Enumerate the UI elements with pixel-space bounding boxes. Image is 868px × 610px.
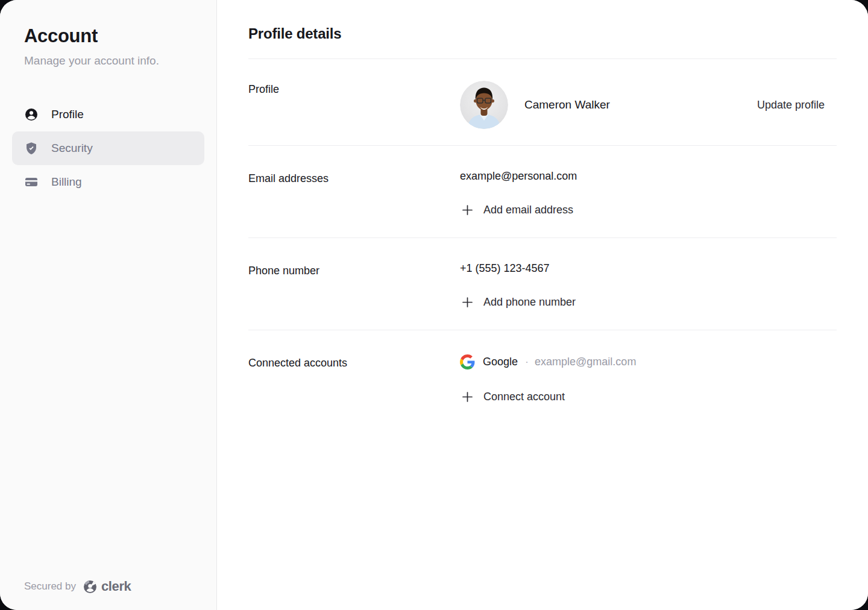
connected-accounts-section: Connected accounts Google · example@gmai… <box>248 330 837 424</box>
google-icon <box>460 354 475 369</box>
sidebar-header: Account Manage your account info. <box>12 25 204 68</box>
sidebar-item-label: Security <box>51 142 93 155</box>
clerk-logo[interactable]: clerk <box>83 579 131 594</box>
sidebar-item-profile[interactable]: Profile <box>12 98 204 131</box>
account-modal: Account Manage your account info. Profil… <box>0 0 868 610</box>
profile-row: Cameron Walker Update profile <box>460 81 837 129</box>
panel-title: Profile details <box>248 25 837 42</box>
secured-by-label: Secured by <box>24 580 76 593</box>
sidebar: Account Manage your account info. Profil… <box>0 0 217 610</box>
sidebar-item-security[interactable]: Security <box>12 131 204 165</box>
provider-name: Google <box>483 356 518 368</box>
add-email-label: Add email address <box>483 204 573 216</box>
clerk-brand-name: clerk <box>101 579 131 594</box>
add-phone-label: Add phone number <box>483 296 576 309</box>
user-circle-icon <box>24 107 39 122</box>
shield-check-icon <box>24 141 39 156</box>
phone-section-label: Phone number <box>248 262 460 309</box>
avatar <box>460 81 508 129</box>
add-email-button[interactable]: Add email address <box>460 203 577 217</box>
email-address-value: example@personal.com <box>460 170 837 183</box>
phone-section: Phone number +1 (555) 123-4567 Add phone… <box>248 238 837 330</box>
email-section: Email addresses example@personal.com Add… <box>248 146 837 238</box>
secured-by-footer: Secured by clerk <box>24 579 131 594</box>
update-profile-button[interactable]: Update profile <box>757 99 837 112</box>
dot-separator: · <box>525 356 529 368</box>
connect-account-label: Connect account <box>483 391 565 403</box>
user-full-name: Cameron Walker <box>524 98 610 112</box>
email-section-label: Email addresses <box>248 170 460 217</box>
profile-section: Profile <box>248 59 837 146</box>
plus-icon <box>462 204 473 216</box>
connected-account-row: Google · example@gmail.com <box>460 354 837 369</box>
profile-section-label: Profile <box>248 81 460 129</box>
plus-icon <box>462 391 473 403</box>
phone-number-value: +1 (555) 123-4567 <box>460 262 837 275</box>
sidebar-item-label: Profile <box>51 108 84 121</box>
page-subtitle: Manage your account info. <box>24 54 192 68</box>
page-title: Account <box>24 25 192 47</box>
credit-card-icon <box>24 175 39 189</box>
add-phone-button[interactable]: Add phone number <box>460 295 579 309</box>
clerk-logomark-icon <box>83 580 97 594</box>
connect-account-button[interactable]: Connect account <box>460 390 568 404</box>
sidebar-nav: Profile Security <box>12 98 204 199</box>
plus-icon <box>462 297 473 308</box>
connected-account-email: example@gmail.com <box>535 356 636 368</box>
connected-section-label: Connected accounts <box>248 354 460 404</box>
sidebar-item-billing[interactable]: Billing <box>12 165 204 199</box>
sidebar-item-label: Billing <box>51 175 82 189</box>
profile-details-panel: Profile details Profile <box>217 0 868 610</box>
